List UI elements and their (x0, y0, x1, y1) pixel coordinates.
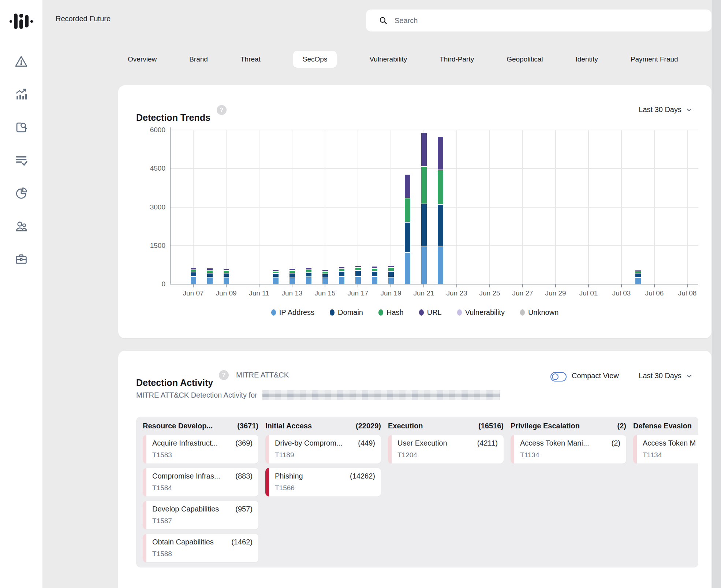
bar-segment-url[interactable] (191, 268, 196, 270)
technique-card-t1134[interactable]: Access Token Mani...(2)T1134 (511, 435, 626, 464)
bar-segment-url[interactable] (438, 137, 443, 170)
bar-segment-ip-address[interactable] (191, 277, 196, 284)
list-check-icon[interactable] (14, 153, 29, 168)
bar-segment-url[interactable] (635, 270, 641, 271)
bar-segment-ip-address[interactable] (421, 246, 427, 284)
search-input[interactable] (394, 16, 711, 25)
bar-segment-url[interactable] (355, 266, 361, 268)
people-icon[interactable] (14, 219, 29, 234)
bar-segment-ip-address[interactable] (405, 253, 410, 284)
bar-segment-domain[interactable] (355, 271, 361, 276)
bar-segment-hash[interactable] (438, 170, 443, 205)
trends-time-range-select[interactable]: Last 30 Days (639, 105, 692, 114)
bar-segment-ip-address[interactable] (207, 278, 213, 284)
bar-segment-ip-address[interactable] (224, 278, 229, 284)
bar-segment-hash[interactable] (635, 271, 641, 273)
bar-segment-ip-address[interactable] (635, 278, 641, 284)
bar-segment-hash[interactable] (388, 268, 394, 271)
technique-card-t1583[interactable]: Acquire Infrastruct...(369)T1583 (143, 435, 258, 464)
legend-item-domain[interactable]: Domain (330, 308, 363, 317)
technique-card-t1189[interactable]: Drive-by Comprom...(449)T1189 (265, 435, 381, 464)
technique-card-t1566[interactable]: Phishing(14262)T1566 (265, 468, 381, 496)
bar-chart-icon[interactable] (14, 87, 29, 102)
bar-segment-url[interactable] (421, 133, 427, 167)
bar-segment-hash[interactable] (405, 198, 410, 222)
search-bar[interactable] (366, 10, 711, 31)
bar-segment-url[interactable] (405, 175, 410, 198)
scrollbar-gutter[interactable] (712, 0, 721, 588)
bar-segment-hash[interactable] (355, 268, 361, 271)
bar-segment-domain[interactable] (191, 272, 196, 277)
compact-view-toggle[interactable] (550, 372, 567, 382)
bar-segment-domain[interactable] (306, 273, 311, 277)
bar-segment-hash[interactable] (372, 269, 377, 272)
legend-item-hash[interactable]: Hash (378, 308, 404, 317)
tab-threat[interactable]: Threat (240, 55, 261, 63)
bar-segment-ip-address[interactable] (306, 277, 311, 284)
tab-third-party[interactable]: Third-Party (440, 55, 474, 63)
technique-card-t1134[interactable]: Access Token MT1134 (633, 435, 698, 464)
bar-segment-domain[interactable] (273, 274, 279, 278)
bar-segment-url[interactable] (322, 270, 328, 272)
bar-segment-domain[interactable] (438, 205, 443, 246)
bar-segment-domain[interactable] (322, 274, 328, 278)
technique-card-t1584[interactable]: Compromise Infras...(883)T1584 (143, 468, 258, 496)
bar-segment-domain[interactable] (372, 272, 377, 277)
bar-segment-ip-address[interactable] (388, 278, 394, 284)
bar-segment-domain[interactable] (339, 272, 344, 277)
tab-secops[interactable]: SecOps (293, 51, 337, 68)
tab-geopolitical[interactable]: Geopolitical (507, 55, 543, 63)
bar-segment-domain[interactable] (224, 273, 229, 278)
bar-segment-hash[interactable] (191, 270, 196, 272)
bar-segment-hash[interactable] (207, 271, 213, 273)
recorded-future-logo[interactable] (0, 10, 42, 33)
tab-vulnerability[interactable]: Vulnerability (369, 55, 407, 63)
bar-segment-url[interactable] (289, 269, 295, 271)
bar-segment-hash[interactable] (273, 272, 279, 274)
legend-item-ip-address[interactable]: IP Address (271, 308, 314, 317)
bar-segment-domain[interactable] (207, 273, 213, 278)
bar-segment-hash[interactable] (224, 271, 229, 273)
tab-identity[interactable]: Identity (575, 55, 598, 63)
bar-segment-hash[interactable] (322, 272, 328, 274)
help-icon[interactable]: ? (217, 105, 227, 115)
pie-chart-icon[interactable] (14, 186, 29, 201)
technique-card-t1204[interactable]: User Execution(4211)T1204 (388, 435, 504, 464)
activity-time-range-select[interactable]: Last 30 Days (639, 372, 692, 380)
legend-item-vulnerability[interactable]: Vulnerability (457, 308, 505, 317)
bar-segment-domain[interactable] (289, 273, 295, 278)
bar-segment-ip-address[interactable] (289, 278, 295, 284)
bar-segment-hash[interactable] (421, 167, 427, 204)
alert-triangle-icon[interactable] (14, 54, 29, 69)
tab-brand[interactable]: Brand (189, 55, 208, 63)
bar-segment-ip-address[interactable] (273, 278, 279, 284)
bar-segment-ip-address[interactable] (322, 278, 328, 284)
technique-card-t1588[interactable]: Obtain Capabilities(1462)T1588 (143, 534, 258, 562)
bar-segment-hash[interactable] (339, 269, 344, 271)
bar-segment-url[interactable] (388, 266, 394, 268)
bar-segment-ip-address[interactable] (355, 277, 361, 284)
bar-segment-url[interactable] (306, 268, 311, 270)
bar-segment-ip-address[interactable] (372, 277, 377, 284)
bar-segment-url[interactable] (224, 269, 229, 271)
bar-segment-url[interactable] (372, 267, 377, 269)
bar-segment-domain[interactable] (388, 272, 394, 278)
bar-segment-url[interactable] (273, 270, 279, 272)
bar-segment-hash[interactable] (289, 271, 295, 273)
bar-segment-url[interactable] (207, 268, 213, 271)
bar-segment-ip-address[interactable] (339, 277, 344, 284)
tab-overview[interactable]: Overview (128, 55, 157, 63)
help-icon[interactable]: ? (219, 370, 229, 380)
briefcase-icon[interactable] (14, 252, 29, 267)
document-search-icon[interactable] (14, 120, 29, 135)
bar-segment-domain[interactable] (421, 204, 427, 246)
legend-item-unknown[interactable]: Unknown (520, 308, 559, 317)
legend-item-url[interactable]: URL (419, 308, 442, 317)
bar-segment-domain[interactable] (635, 273, 641, 278)
technique-card-t1587[interactable]: Develop Capabilities(957)T1587 (143, 501, 258, 529)
bar-segment-url[interactable] (339, 267, 344, 269)
bar-segment-domain[interactable] (405, 223, 410, 253)
bar-segment-ip-address[interactable] (438, 246, 443, 284)
bar-segment-hash[interactable] (306, 270, 311, 273)
tab-payment-fraud[interactable]: Payment Fraud (631, 55, 678, 63)
